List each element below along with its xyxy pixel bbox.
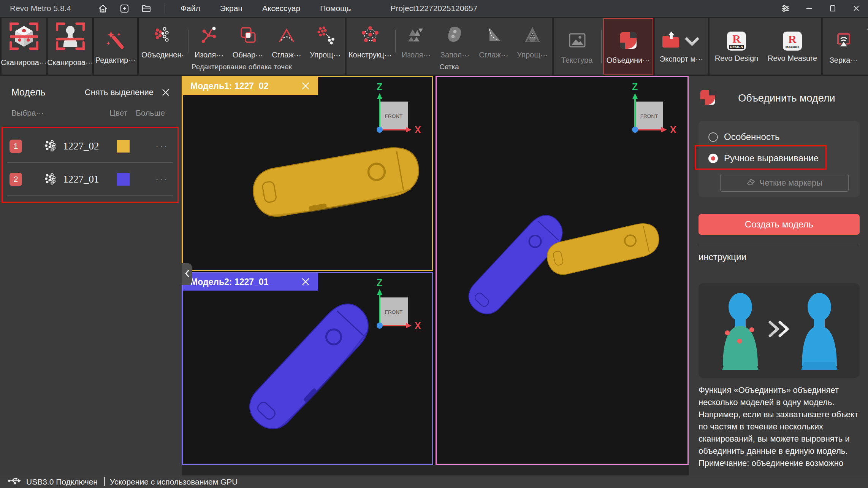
option-manual-label: Ручное выравнивание — [724, 153, 819, 164]
pc-simplify-button[interactable]: Упрощ··· — [306, 18, 345, 64]
settings-sliders-icon[interactable] — [774, 0, 797, 17]
export-button[interactable]: Экспорт м··· — [655, 18, 708, 75]
close-icon[interactable] — [301, 277, 310, 287]
row-menu-button[interactable]: ··· — [155, 174, 168, 185]
model-name[interactable]: 1227_01 — [63, 173, 114, 185]
revo-measure-button[interactable]: R Measure Revo Measure — [763, 18, 821, 75]
pc-smooth-button[interactable]: Сглаж··· — [267, 18, 306, 64]
model-color-swatch[interactable] — [117, 173, 130, 186]
point-cloud-icon — [43, 172, 57, 186]
model-row-1227_02[interactable]: 1 1227_02 ··· — [7, 130, 173, 163]
panel-collapse-button[interactable] — [182, 263, 192, 285]
axis-z-label: Z — [632, 81, 638, 92]
screen-mirror-icon — [833, 30, 854, 52]
close-icon[interactable] — [301, 81, 310, 91]
row-menu-button[interactable]: ··· — [155, 141, 168, 152]
viewport1-title: Модель1: 1227_02 — [190, 81, 268, 91]
column-select[interactable]: Выбра··· — [11, 108, 44, 118]
order-badge: 1 — [10, 140, 22, 153]
simplify-points-icon — [315, 25, 336, 47]
chevron-left-icon — [184, 269, 190, 280]
option-feature[interactable]: Особенность — [708, 132, 779, 142]
viewport-merged[interactable]: Z FRONT X — [436, 76, 689, 465]
home-icon[interactable] — [98, 3, 108, 14]
usb-status-text: USB3.0 Подключен — [26, 477, 98, 486]
scan-object-button[interactable]: Сканирова··· — [2, 18, 46, 72]
merge-models-label: Объедини··· — [607, 56, 650, 65]
pc-smooth-label: Сглаж··· — [272, 51, 301, 59]
scan-bust-label: Сканирова··· — [47, 58, 93, 67]
mesh-smooth-button[interactable]: Сглаж··· — [474, 18, 513, 64]
toolbar-group-mirror: Зерка··· — [823, 18, 868, 75]
mesh-fill-button[interactable]: Запол··· — [436, 18, 474, 64]
model-name[interactable]: 1227_02 — [63, 140, 114, 152]
clear-markers-button[interactable]: Четкие маркеры — [720, 174, 849, 192]
eraser-icon — [746, 178, 756, 188]
close-icon[interactable] — [161, 88, 170, 97]
usb-icon — [8, 476, 21, 487]
axis-x-label: X — [415, 320, 421, 331]
smooth-mesh-icon — [483, 25, 504, 47]
column-color[interactable]: Цвет — [109, 108, 127, 118]
mesh-smooth-label: Сглаж··· — [479, 51, 508, 59]
mesh-isolate-button[interactable]: Изоля··· — [397, 18, 436, 64]
toolbar-group-scan2: Сканирова··· — [48, 18, 92, 75]
title-bar: Revo Metro 5.8.4 Файл Экран Аксессуар По… — [0, 0, 868, 17]
viewport-model1[interactable]: Модель1: 1227_02 Z FRONT X — [182, 76, 433, 271]
pc-detect-label: Обнар··· — [233, 51, 263, 59]
status-divider — [104, 477, 105, 486]
open-folder-icon[interactable] — [141, 3, 152, 14]
menu-file[interactable]: Файл — [181, 4, 200, 13]
texture-image-icon — [567, 30, 587, 52]
new-project-icon[interactable] — [119, 3, 130, 14]
pc-merge-button[interactable]: Объединен· — [139, 18, 187, 64]
radio-unchecked-icon[interactable] — [708, 132, 718, 142]
texture-button[interactable]: Текстура — [554, 18, 600, 75]
merge-models-icon — [618, 30, 638, 52]
mesh-construct-button[interactable]: Конструкц··· — [347, 18, 394, 64]
order-badge: 2 — [10, 173, 22, 186]
viewport1-header-tab[interactable]: Модель1: 1227_02 — [183, 77, 318, 95]
revo-measure-badge: Measure — [786, 46, 800, 49]
merge-example-image — [699, 283, 860, 378]
minimize-button[interactable] — [797, 0, 821, 17]
close-button[interactable] — [844, 0, 868, 17]
create-model-button[interactable]: Создать модель — [699, 214, 860, 235]
mesh-isolate-label: Изоля··· — [402, 51, 431, 59]
maximize-button[interactable] — [821, 0, 844, 17]
toolbar-collapse-button[interactable] — [864, 18, 868, 75]
radio-checked-icon[interactable] — [708, 154, 718, 163]
axis-gizmo[interactable]: Z FRONT X — [622, 80, 679, 138]
pc-isolate-label: Изоля··· — [195, 51, 223, 59]
revo-design-button[interactable]: R DESIGN Revo Design — [710, 18, 763, 75]
revo-design-label: Revo Design — [715, 54, 759, 63]
mesh-simplify-label: Упрощ··· — [517, 51, 548, 59]
menu-help[interactable]: Помощь — [320, 4, 351, 13]
edit-button[interactable]: Редактир··· — [94, 18, 137, 75]
viewport-model2[interactable]: Модель2: 1227_01 Z FRONT X — [182, 272, 433, 465]
axis-gizmo[interactable]: Z FRONT X — [367, 80, 424, 138]
mirror-label: Зерка··· — [830, 56, 858, 65]
mesh-simplify-button[interactable]: Упрощ··· — [513, 18, 552, 64]
magic-wand-icon — [105, 30, 126, 52]
menu-screen[interactable]: Экран — [220, 4, 242, 13]
model-color-swatch[interactable] — [117, 140, 130, 153]
model-1227_02-mesh[interactable] — [241, 130, 431, 236]
mirror-screen-button[interactable]: Зерка··· — [823, 18, 864, 75]
deselect-all-button[interactable]: Снять выделение — [85, 87, 154, 97]
model-row-1227_01[interactable]: 2 1227_01 ··· — [7, 163, 173, 196]
pc-isolate-button[interactable]: Изоля··· — [190, 18, 228, 64]
project-title: Project12272025120657 — [391, 4, 478, 13]
panel-title: Модель — [11, 87, 46, 98]
merge-models-button[interactable]: Объедини··· — [603, 18, 653, 75]
pc-detect-button[interactable]: Обнар··· — [228, 18, 267, 64]
scan-bust-button[interactable]: Сканирова··· — [48, 18, 92, 72]
merge-models-panel: Объединить модели Особенность Ручное выр… — [689, 76, 868, 475]
option-manual-alignment[interactable]: Ручное выравнивание — [708, 153, 819, 164]
column-more[interactable]: Больше — [136, 108, 165, 118]
gpu-status-text: Ускорение с использованием GPU — [110, 477, 238, 486]
toolbar-group-scan1: Сканирова··· — [2, 18, 46, 75]
viewport2-header-tab[interactable]: Модель2: 1227_01 — [183, 273, 318, 291]
model-1227_01-mesh[interactable] — [230, 284, 391, 450]
menu-accessory[interactable]: Аксессуар — [262, 4, 300, 13]
